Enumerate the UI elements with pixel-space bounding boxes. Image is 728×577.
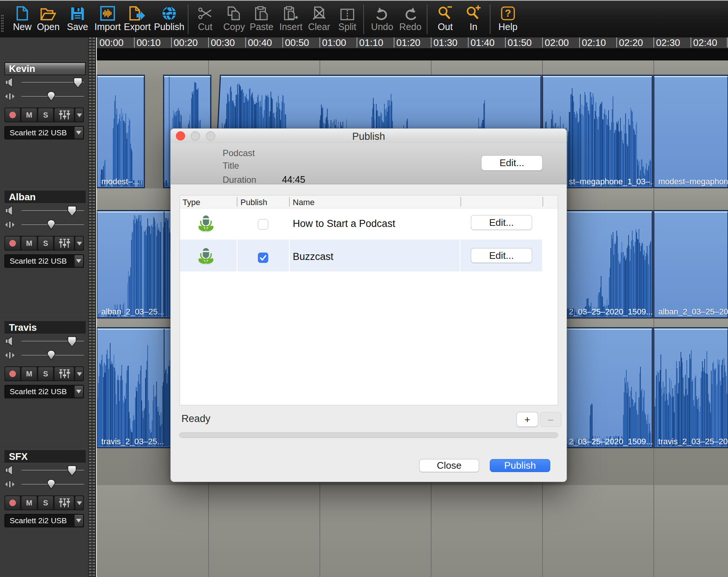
svg-text:st–megaphone_1_03–...: st–megaphone_1_03–... (569, 177, 657, 186)
svg-text:travis_2_03–25...: travis_2_03–25... (101, 437, 164, 446)
svg-text:2_03–25–2020_1509...: 2_03–25–2020_1509... (569, 437, 653, 446)
svg-text:alban_2_03–25...: alban_2_03–25... (101, 307, 164, 316)
svg-text:modest–megaphon: modest–megaphon (658, 177, 728, 186)
svg-text:?: ? (505, 8, 511, 19)
svg-text:travis_2_03–25–20: travis_2_03–25–20 (658, 437, 728, 446)
svg-text:2_03–25–2020_1509...: 2_03–25–2020_1509... (569, 307, 653, 316)
svg-text:modest–...: modest–... (101, 177, 140, 186)
svg-text:alban_2_03–25–20: alban_2_03–25–20 (658, 307, 728, 316)
